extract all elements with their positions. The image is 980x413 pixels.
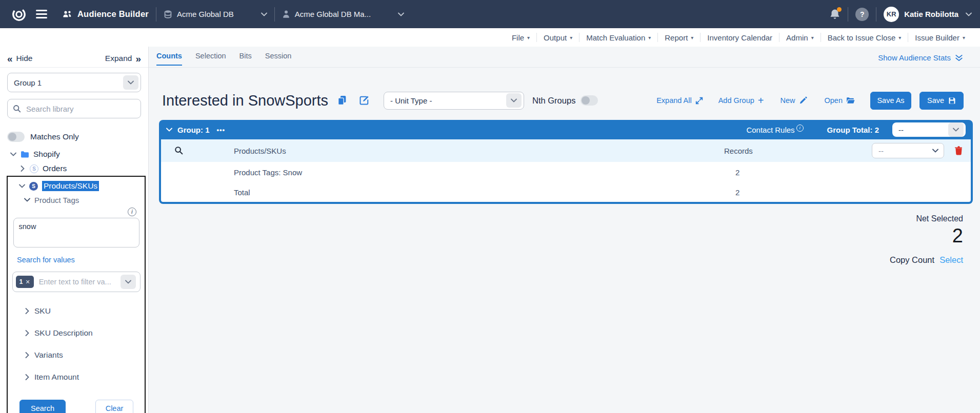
clear-button[interactable]: Clear <box>95 400 133 413</box>
new-link[interactable]: New <box>781 96 807 105</box>
library-sidebar: « Hide Expand » Group 1 Matches Only <box>0 47 149 413</box>
nth-groups-label: Nth Groups <box>532 96 575 106</box>
field-label-sku: SKU <box>34 306 51 316</box>
chevron-down-icon[interactable] <box>166 128 172 132</box>
row-logic-value: -- <box>872 147 932 155</box>
add-group-link[interactable]: Add Group + <box>718 96 764 105</box>
hide-sidebar-button[interactable]: « Hide <box>7 54 32 64</box>
chevron-down-icon[interactable] <box>121 275 136 289</box>
tab-session[interactable]: Session <box>265 52 292 66</box>
tree-item-products-skus[interactable]: S Products/SKUs <box>19 179 141 193</box>
caret-down-icon: ▾ <box>963 35 965 40</box>
open-link[interactable]: Open <box>825 96 855 105</box>
tree-label-shopify: Shopify <box>33 150 60 159</box>
tree-item-shopify[interactable]: Shopify <box>10 147 148 161</box>
menu-report[interactable]: Report▾ <box>658 33 700 42</box>
unit-type-select[interactable]: - Unit Type - <box>384 92 524 110</box>
expand-all-label: Expand All <box>656 96 692 105</box>
records-column-header: Records <box>724 147 753 155</box>
tree-item-product-tags[interactable]: Product Tags <box>24 193 141 206</box>
search-button[interactable]: Search <box>19 400 66 413</box>
group-row-name: Product Tags: Snow <box>234 168 302 176</box>
search-for-values-link[interactable]: Search for values <box>17 256 75 264</box>
tab-bits[interactable]: Bits <box>239 52 252 66</box>
double-chevron-right-icon: » <box>135 54 141 64</box>
hamburger-menu-icon[interactable] <box>36 10 47 18</box>
sidebar-collapse-row: « Hide Expand » <box>0 50 148 68</box>
audience-selector[interactable]: Acme Global DB Ma... <box>282 10 404 18</box>
group-row-name: Products/SKUs <box>234 147 286 155</box>
search-icon[interactable] <box>174 146 183 155</box>
sidebar-buttons-row: Search Clear <box>12 400 141 413</box>
unit-type-value: - Unit Type - <box>384 96 506 105</box>
group-row-name: Total <box>234 188 250 196</box>
menu-back-to-issue-close[interactable]: Back to Issue Close▾ <box>821 33 908 42</box>
matches-only-row: Matches Only <box>7 132 141 142</box>
chevron-down-icon <box>24 198 30 202</box>
tab-counts[interactable]: Counts <box>156 52 182 66</box>
menu-output[interactable]: Output▾ <box>537 33 579 42</box>
tree-item-sku-description[interactable]: SKU Description <box>24 326 141 340</box>
expand-sidebar-button[interactable]: Expand » <box>105 54 141 64</box>
topbar-divider <box>848 7 848 22</box>
nth-groups-toggle[interactable] <box>581 95 598 106</box>
group-panel: Group: 1 ••• Contact Rules i Group Total… <box>159 120 973 204</box>
chevron-right-icon <box>25 352 29 358</box>
select-link[interactable]: Select <box>939 255 963 265</box>
show-audience-stats-link[interactable]: Show Audience Stats <box>878 53 963 62</box>
chip-close-icon[interactable]: ✕ <box>25 279 30 285</box>
library-search-input[interactable] <box>25 104 135 114</box>
group-select-value: Group 1 <box>8 78 123 87</box>
expand-all-link[interactable]: Expand All <box>656 96 703 105</box>
group-header: Group: 1 ••• Contact Rules i Group Total… <box>159 120 973 139</box>
group-options-icon[interactable]: ••• <box>217 126 226 134</box>
tree-item-item-amount[interactable]: Item Amount <box>24 370 141 384</box>
user-name: Katie Robilotta <box>904 10 958 18</box>
tree-item-orders[interactable]: S Orders <box>19 161 148 176</box>
caret-down-icon: ▾ <box>527 35 530 40</box>
help-icon[interactable]: ? <box>855 8 869 21</box>
chevron-right-icon <box>21 166 25 172</box>
menu-match-evaluation[interactable]: Match Evaluation▾ <box>579 33 657 42</box>
caret-down-icon: ▾ <box>570 35 572 40</box>
group-logic-value: -- <box>892 126 948 134</box>
delete-row-icon[interactable] <box>954 146 963 155</box>
notifications-bell-icon[interactable] <box>829 8 841 20</box>
row-logic-select[interactable]: -- <box>872 143 944 158</box>
shopify-source-icon: S <box>29 182 38 191</box>
edit-icon[interactable] <box>359 95 369 106</box>
value-search-textarea[interactable]: snow <box>13 218 139 247</box>
database-selector-value: Acme Global DB <box>177 10 234 18</box>
chevron-down-icon[interactable] <box>966 12 972 16</box>
matches-only-toggle[interactable] <box>7 132 25 142</box>
tabs-divider <box>149 67 980 68</box>
group-logic-select[interactable]: -- <box>892 122 966 137</box>
page-title: Interested in SnowSports <box>162 92 328 109</box>
selected-value-chip[interactable]: 1 ✕ <box>16 276 34 288</box>
menu-issue-builder[interactable]: Issue Builder▾ <box>908 33 972 42</box>
save-button[interactable]: Save <box>919 92 964 110</box>
contact-rules-link[interactable]: Contact Rules i <box>746 126 803 134</box>
brand-logo-icon[interactable] <box>11 7 27 22</box>
tab-selection[interactable]: Selection <box>195 52 226 66</box>
audience-selector-value: Acme Global DB Ma... <box>295 10 371 18</box>
menu-admin[interactable]: Admin▾ <box>779 33 821 42</box>
chip-count: 1 <box>19 278 23 285</box>
menu-file[interactable]: File▾ <box>505 33 536 42</box>
user-avatar[interactable]: KR <box>884 7 899 22</box>
info-icon[interactable]: i <box>128 208 136 216</box>
chevron-down-icon <box>10 152 16 156</box>
topbar-right-group: ? KR Katie Robilotta <box>829 7 972 22</box>
tree-item-sku[interactable]: SKU <box>24 304 141 318</box>
copy-icon[interactable] <box>337 95 347 106</box>
plus-icon: + <box>758 97 764 104</box>
group-select[interactable]: Group 1 <box>7 73 141 92</box>
filter-values-input[interactable] <box>38 277 116 286</box>
database-icon <box>164 10 172 19</box>
menu-inventory-calendar[interactable]: Inventory Calendar <box>701 33 779 42</box>
save-as-button[interactable]: Save As <box>870 92 911 110</box>
main-content: Counts Selection Bits Session Show Audie… <box>149 47 980 413</box>
chevron-down-icon <box>19 184 25 188</box>
tree-item-variants[interactable]: Variants <box>24 348 141 362</box>
database-selector[interactable]: Acme Global DB <box>164 10 267 19</box>
